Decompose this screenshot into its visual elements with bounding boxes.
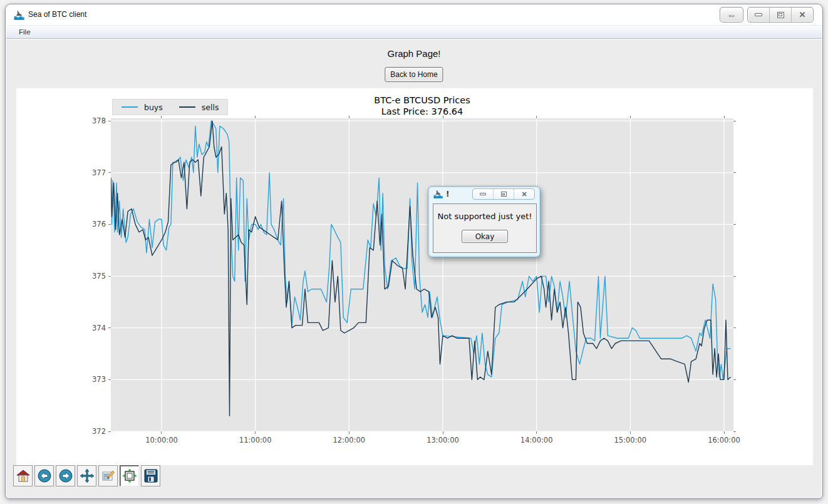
legend-entry-buys: buys <box>122 103 163 112</box>
x-tick-label: 15:00:00 <box>607 436 653 445</box>
x-tick-mark <box>161 431 162 434</box>
x-tick-mark <box>443 431 443 434</box>
y-tick-mark <box>733 379 736 380</box>
mpl-toolbar <box>13 465 160 486</box>
y-tick-label: 374 <box>80 324 106 332</box>
titlebar[interactable]: Sea of BTC client ⇔ ✕ <box>6 4 822 25</box>
dialog-minimize-icon <box>480 193 486 195</box>
y-tick-mark <box>108 172 111 173</box>
y-tick-mark <box>108 327 111 328</box>
x-tick-label: 11:00:00 <box>232 436 279 445</box>
x-tick-mark <box>630 116 631 118</box>
x-tick-label: 13:00:00 <box>420 436 466 445</box>
save-icon <box>143 468 158 483</box>
minimize-icon <box>755 13 762 16</box>
legend-swatch-sells <box>179 106 195 108</box>
close-button[interactable]: ✕ <box>791 8 813 22</box>
content-area: Graph Page! Back to Home BTC-e BTCUSD Pr… <box>6 39 822 498</box>
dialog-message: Not supported just yet! <box>433 212 536 221</box>
x-tick-mark <box>724 116 725 118</box>
forward-icon <box>58 468 73 483</box>
pan-button[interactable] <box>77 465 96 486</box>
dialog-titlebar[interactable]: ! ✕ <box>428 187 540 202</box>
pan-icon <box>80 468 95 483</box>
y-tick-mark <box>733 224 736 225</box>
x-tick-mark <box>724 431 725 434</box>
main-window: Sea of BTC client ⇔ ✕ File Graph Page! B… <box>5 4 823 499</box>
x-tick-mark <box>255 431 256 434</box>
y-tick-mark <box>108 121 111 121</box>
maximize-button[interactable] <box>769 8 791 22</box>
configure-subplots-button[interactable] <box>120 465 139 486</box>
back-to-home-button[interactable]: Back to Home <box>385 67 443 82</box>
x-tick-label: 10:00:00 <box>138 436 185 445</box>
page-title: Graph Page! <box>6 48 822 59</box>
x-tick-mark <box>536 116 537 118</box>
y-tick-mark <box>733 431 736 432</box>
dialog-maximize-button[interactable] <box>493 189 514 199</box>
y-tick-mark <box>733 276 736 277</box>
y-tick-mark <box>108 431 111 432</box>
resize-icon: ⇔ <box>727 10 737 19</box>
zoom-button[interactable] <box>98 465 118 486</box>
forward-button[interactable] <box>56 465 75 486</box>
x-tick-label: 12:00:00 <box>326 436 372 445</box>
x-tick-label: 16:00:00 <box>701 436 747 445</box>
y-tick-mark <box>108 224 111 225</box>
alert-dialog: ! ✕ Not supported just yet! Okay <box>428 186 541 257</box>
x-tick-mark <box>349 116 349 118</box>
x-tick-label: 14:00:00 <box>514 436 560 445</box>
home-icon <box>16 468 31 483</box>
y-tick-label: 375 <box>80 272 106 280</box>
save-button[interactable] <box>141 465 160 486</box>
y-tick-label: 377 <box>80 168 106 177</box>
window-controls: ✕ <box>747 7 814 23</box>
x-tick-mark <box>630 431 631 434</box>
dialog-close-button[interactable]: ✕ <box>514 189 534 199</box>
y-tick-label: 372 <box>80 427 106 436</box>
menubar: File <box>6 25 822 39</box>
y-tick-mark <box>733 327 736 328</box>
maximize-icon <box>777 12 784 18</box>
back-button-nav[interactable] <box>34 465 54 486</box>
legend-entry-sells: sells <box>179 103 219 112</box>
y-tick-mark <box>733 121 736 121</box>
dialog-window-controls: ✕ <box>472 188 535 200</box>
y-tick-label: 373 <box>80 375 106 384</box>
close-icon: ✕ <box>799 11 806 19</box>
plot-canvas <box>111 118 733 431</box>
y-tick-label: 378 <box>80 116 106 125</box>
x-tick-mark <box>255 116 256 118</box>
chart-legend: buyssells <box>112 99 228 115</box>
y-tick-mark <box>108 276 111 277</box>
x-tick-mark <box>536 431 537 434</box>
resize-button[interactable]: ⇔ <box>720 7 743 23</box>
dialog-minimize-button[interactable] <box>473 189 493 199</box>
configure-subplots-icon <box>122 468 137 483</box>
home-button[interactable] <box>13 465 33 486</box>
figure: BTC-e BTCUSD Prices Last Price: 376.64 b… <box>16 88 813 465</box>
dialog-ship-icon <box>433 189 443 198</box>
app-ship-icon <box>14 9 24 20</box>
y-tick-mark <box>108 379 111 380</box>
plot-area <box>111 118 733 431</box>
dialog-maximize-icon <box>501 192 507 197</box>
menu-file[interactable]: File <box>14 26 36 38</box>
x-tick-mark <box>161 116 162 118</box>
dialog-title: ! <box>446 187 449 202</box>
okay-button[interactable]: Okay <box>462 230 508 243</box>
legend-label: sells <box>202 103 219 112</box>
y-tick-mark <box>733 172 736 173</box>
x-tick-mark <box>443 116 443 118</box>
minimize-button[interactable] <box>748 8 769 22</box>
dialog-close-icon: ✕ <box>521 191 527 198</box>
zoom-to-rect-icon <box>101 468 116 483</box>
dialog-panel: Not supported just yet! Okay <box>433 203 537 253</box>
series-sells-line <box>111 121 730 416</box>
legend-label: buys <box>144 103 163 112</box>
x-tick-mark <box>349 431 349 434</box>
window-title: Sea of BTC client <box>28 4 86 25</box>
legend-swatch-buys <box>122 106 138 108</box>
back-icon <box>37 468 52 483</box>
y-tick-label: 376 <box>80 220 106 229</box>
